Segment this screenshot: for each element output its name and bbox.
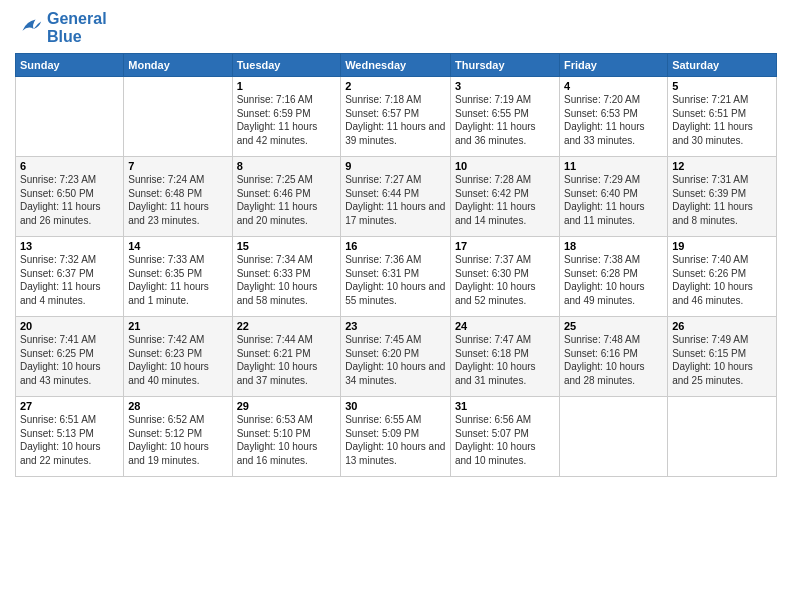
calendar-cell [124, 77, 232, 157]
calendar-cell: 7Sunrise: 7:24 AMSunset: 6:48 PMDaylight… [124, 157, 232, 237]
calendar-cell: 4Sunrise: 7:20 AMSunset: 6:53 PMDaylight… [559, 77, 667, 157]
calendar-cell: 1Sunrise: 7:16 AMSunset: 6:59 PMDaylight… [232, 77, 341, 157]
day-number: 16 [345, 240, 446, 252]
day-info: Sunrise: 7:49 AMSunset: 6:15 PMDaylight:… [672, 333, 772, 387]
week-row-3: 13Sunrise: 7:32 AMSunset: 6:37 PMDayligh… [16, 237, 777, 317]
calendar-cell: 5Sunrise: 7:21 AMSunset: 6:51 PMDaylight… [668, 77, 777, 157]
calendar-cell: 17Sunrise: 7:37 AMSunset: 6:30 PMDayligh… [451, 237, 560, 317]
day-number: 15 [237, 240, 337, 252]
logo-text: General Blue [47, 10, 107, 45]
day-info: Sunrise: 7:45 AMSunset: 6:20 PMDaylight:… [345, 333, 446, 387]
weekday-header-row: SundayMondayTuesdayWednesdayThursdayFrid… [16, 54, 777, 77]
day-info: Sunrise: 7:16 AMSunset: 6:59 PMDaylight:… [237, 93, 337, 147]
day-number: 2 [345, 80, 446, 92]
day-info: Sunrise: 6:51 AMSunset: 5:13 PMDaylight:… [20, 413, 119, 467]
weekday-header-wednesday: Wednesday [341, 54, 451, 77]
calendar-cell: 23Sunrise: 7:45 AMSunset: 6:20 PMDayligh… [341, 317, 451, 397]
day-info: Sunrise: 7:36 AMSunset: 6:31 PMDaylight:… [345, 253, 446, 307]
day-number: 6 [20, 160, 119, 172]
week-row-2: 6Sunrise: 7:23 AMSunset: 6:50 PMDaylight… [16, 157, 777, 237]
day-number: 13 [20, 240, 119, 252]
day-info: Sunrise: 7:24 AMSunset: 6:48 PMDaylight:… [128, 173, 227, 227]
day-number: 28 [128, 400, 227, 412]
day-info: Sunrise: 7:42 AMSunset: 6:23 PMDaylight:… [128, 333, 227, 387]
day-number: 20 [20, 320, 119, 332]
logo: General Blue [15, 10, 107, 45]
day-info: Sunrise: 7:23 AMSunset: 6:50 PMDaylight:… [20, 173, 119, 227]
calendar-cell: 6Sunrise: 7:23 AMSunset: 6:50 PMDaylight… [16, 157, 124, 237]
calendar-cell: 8Sunrise: 7:25 AMSunset: 6:46 PMDaylight… [232, 157, 341, 237]
calendar-cell: 28Sunrise: 6:52 AMSunset: 5:12 PMDayligh… [124, 397, 232, 477]
calendar-cell: 19Sunrise: 7:40 AMSunset: 6:26 PMDayligh… [668, 237, 777, 317]
week-row-5: 27Sunrise: 6:51 AMSunset: 5:13 PMDayligh… [16, 397, 777, 477]
day-number: 22 [237, 320, 337, 332]
day-info: Sunrise: 7:29 AMSunset: 6:40 PMDaylight:… [564, 173, 663, 227]
weekday-header-monday: Monday [124, 54, 232, 77]
day-number: 26 [672, 320, 772, 332]
calendar-cell: 30Sunrise: 6:55 AMSunset: 5:09 PMDayligh… [341, 397, 451, 477]
day-info: Sunrise: 7:34 AMSunset: 6:33 PMDaylight:… [237, 253, 337, 307]
calendar-cell: 20Sunrise: 7:41 AMSunset: 6:25 PMDayligh… [16, 317, 124, 397]
calendar-cell: 13Sunrise: 7:32 AMSunset: 6:37 PMDayligh… [16, 237, 124, 317]
calendar-cell: 22Sunrise: 7:44 AMSunset: 6:21 PMDayligh… [232, 317, 341, 397]
day-number: 24 [455, 320, 555, 332]
calendar-cell [559, 397, 667, 477]
day-info: Sunrise: 7:18 AMSunset: 6:57 PMDaylight:… [345, 93, 446, 147]
day-number: 10 [455, 160, 555, 172]
day-number: 27 [20, 400, 119, 412]
weekday-header-sunday: Sunday [16, 54, 124, 77]
weekday-header-thursday: Thursday [451, 54, 560, 77]
day-number: 21 [128, 320, 227, 332]
day-number: 18 [564, 240, 663, 252]
calendar-cell: 11Sunrise: 7:29 AMSunset: 6:40 PMDayligh… [559, 157, 667, 237]
day-number: 19 [672, 240, 772, 252]
day-number: 30 [345, 400, 446, 412]
day-number: 5 [672, 80, 772, 92]
day-info: Sunrise: 7:48 AMSunset: 6:16 PMDaylight:… [564, 333, 663, 387]
calendar-page: General Blue SundayMondayTuesdayWednesda… [0, 0, 792, 612]
day-number: 7 [128, 160, 227, 172]
day-number: 25 [564, 320, 663, 332]
calendar-cell [668, 397, 777, 477]
day-number: 12 [672, 160, 772, 172]
day-info: Sunrise: 6:53 AMSunset: 5:10 PMDaylight:… [237, 413, 337, 467]
calendar-cell: 14Sunrise: 7:33 AMSunset: 6:35 PMDayligh… [124, 237, 232, 317]
day-info: Sunrise: 6:55 AMSunset: 5:09 PMDaylight:… [345, 413, 446, 467]
day-number: 23 [345, 320, 446, 332]
calendar-cell: 15Sunrise: 7:34 AMSunset: 6:33 PMDayligh… [232, 237, 341, 317]
day-number: 3 [455, 80, 555, 92]
day-info: Sunrise: 6:56 AMSunset: 5:07 PMDaylight:… [455, 413, 555, 467]
day-info: Sunrise: 7:38 AMSunset: 6:28 PMDaylight:… [564, 253, 663, 307]
day-info: Sunrise: 7:33 AMSunset: 6:35 PMDaylight:… [128, 253, 227, 307]
calendar-cell: 26Sunrise: 7:49 AMSunset: 6:15 PMDayligh… [668, 317, 777, 397]
day-number: 9 [345, 160, 446, 172]
day-info: Sunrise: 7:21 AMSunset: 6:51 PMDaylight:… [672, 93, 772, 147]
day-info: Sunrise: 7:40 AMSunset: 6:26 PMDaylight:… [672, 253, 772, 307]
logo-icon [15, 14, 43, 42]
day-number: 29 [237, 400, 337, 412]
day-info: Sunrise: 7:41 AMSunset: 6:25 PMDaylight:… [20, 333, 119, 387]
day-info: Sunrise: 7:32 AMSunset: 6:37 PMDaylight:… [20, 253, 119, 307]
day-number: 31 [455, 400, 555, 412]
calendar-cell: 24Sunrise: 7:47 AMSunset: 6:18 PMDayligh… [451, 317, 560, 397]
day-info: Sunrise: 7:47 AMSunset: 6:18 PMDaylight:… [455, 333, 555, 387]
weekday-header-saturday: Saturday [668, 54, 777, 77]
day-number: 11 [564, 160, 663, 172]
calendar-cell: 25Sunrise: 7:48 AMSunset: 6:16 PMDayligh… [559, 317, 667, 397]
week-row-4: 20Sunrise: 7:41 AMSunset: 6:25 PMDayligh… [16, 317, 777, 397]
calendar-cell: 16Sunrise: 7:36 AMSunset: 6:31 PMDayligh… [341, 237, 451, 317]
day-info: Sunrise: 7:25 AMSunset: 6:46 PMDaylight:… [237, 173, 337, 227]
day-info: Sunrise: 7:20 AMSunset: 6:53 PMDaylight:… [564, 93, 663, 147]
calendar-cell: 9Sunrise: 7:27 AMSunset: 6:44 PMDaylight… [341, 157, 451, 237]
calendar-cell: 29Sunrise: 6:53 AMSunset: 5:10 PMDayligh… [232, 397, 341, 477]
day-number: 14 [128, 240, 227, 252]
calendar-cell [16, 77, 124, 157]
header: General Blue [15, 10, 777, 45]
calendar-cell: 10Sunrise: 7:28 AMSunset: 6:42 PMDayligh… [451, 157, 560, 237]
calendar-cell: 27Sunrise: 6:51 AMSunset: 5:13 PMDayligh… [16, 397, 124, 477]
calendar-cell: 21Sunrise: 7:42 AMSunset: 6:23 PMDayligh… [124, 317, 232, 397]
day-info: Sunrise: 7:31 AMSunset: 6:39 PMDaylight:… [672, 173, 772, 227]
calendar-table: SundayMondayTuesdayWednesdayThursdayFrid… [15, 53, 777, 477]
day-info: Sunrise: 7:44 AMSunset: 6:21 PMDaylight:… [237, 333, 337, 387]
calendar-cell: 3Sunrise: 7:19 AMSunset: 6:55 PMDaylight… [451, 77, 560, 157]
